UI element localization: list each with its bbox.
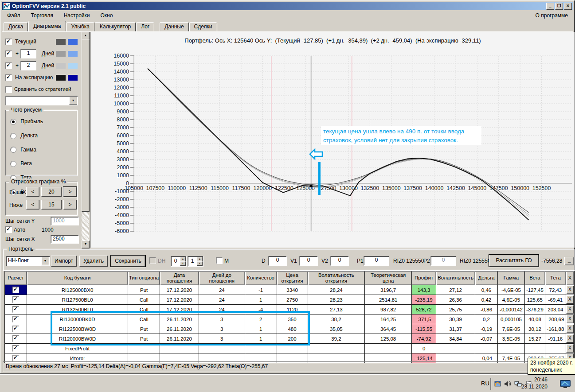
remove-row-button[interactable]: X: [566, 344, 574, 353]
chevron-down-icon[interactable]: ▼: [69, 97, 77, 105]
col-open[interactable]: Цена открытия: [277, 272, 308, 285]
remove-row-button[interactable]: X: [566, 334, 574, 343]
col-theta[interactable]: Тета: [545, 272, 566, 285]
d-input[interactable]: 0: [268, 256, 287, 266]
col-theo[interactable]: Теоретическая цена: [365, 272, 412, 285]
collapse-button[interactable]: _: [564, 257, 574, 265]
plus1-checkbox[interactable]: [5, 50, 12, 57]
row-checkbox[interactable]: [12, 296, 19, 303]
col-gamma[interactable]: Гамма: [497, 272, 524, 285]
row-checkbox[interactable]: [12, 287, 19, 293]
col-open_vol[interactable]: Волатильность открытия: [308, 272, 365, 285]
compare-checkbox[interactable]: [5, 86, 12, 93]
col-vol[interactable]: Волатильность: [436, 272, 475, 285]
dh-checkbox[interactable]: [149, 257, 156, 264]
radio-icon[interactable]: [10, 119, 16, 125]
plus2-days-input[interactable]: 2: [20, 61, 36, 70]
language-indicator[interactable]: RU: [481, 380, 489, 387]
row-checkbox[interactable]: [12, 335, 19, 342]
strategy-combobox[interactable]: ▼: [5, 96, 78, 105]
menu-item-1[interactable]: Торговля: [26, 11, 59, 20]
row-checkbox[interactable]: [12, 306, 19, 313]
delete-button[interactable]: Удалить: [79, 256, 108, 267]
col-type[interactable]: Тип опциона: [128, 272, 160, 285]
current-checkbox[interactable]: [5, 39, 12, 45]
portfolio-select[interactable]: НН-Лонг ▼: [6, 256, 50, 266]
tab-диаграмма[interactable]: Диаграмма: [28, 21, 66, 31]
chevron-down-icon[interactable]: ▼: [41, 257, 49, 265]
tab-калькулятор[interactable]: Калькулятор: [95, 22, 136, 31]
radio-icon[interactable]: [10, 161, 16, 167]
radio-icon[interactable]: [10, 133, 16, 139]
cell-open_vol: 27,13: [308, 305, 365, 314]
menu-item-2[interactable]: Настройки: [59, 11, 95, 20]
network-icon[interactable]: [514, 380, 522, 388]
p2-input[interactable]: 0: [430, 256, 456, 266]
radio-option-2[interactable]: Гамма: [10, 147, 75, 153]
radio-option-3[interactable]: Вега: [10, 160, 75, 167]
v1-input[interactable]: 0: [299, 256, 318, 266]
grid-x-input[interactable]: 2500: [51, 235, 79, 244]
p1-input[interactable]: 0: [364, 256, 389, 266]
col-vega[interactable]: Вега: [524, 272, 545, 285]
below-increment-button[interactable]: >: [63, 200, 77, 210]
expiration-checkbox[interactable]: [5, 74, 12, 81]
dh-spinner-1[interactable]: 0▲▼: [171, 256, 187, 267]
col-x[interactable]: X: [566, 272, 574, 285]
display-settings-icon[interactable]: [559, 380, 571, 388]
col-profit[interactable]: Профит: [412, 272, 436, 285]
minimize-button[interactable]: _: [546, 3, 554, 10]
grid-y-input[interactable]: 1000: [51, 217, 79, 225]
left-panel-scrollbar[interactable]: ▲ ▼: [82, 32, 89, 248]
save-button[interactable]: Сохранить: [111, 256, 145, 267]
below-decrement-button[interactable]: <: [26, 200, 39, 210]
import-button[interactable]: Импорт: [51, 256, 77, 267]
above-decrement-button[interactable]: <: [26, 187, 39, 197]
cell-days: 24: [199, 295, 245, 305]
plus1-swatch-2: [68, 51, 78, 57]
remove-row-button[interactable]: X: [566, 305, 574, 314]
v2-input[interactable]: 0: [330, 256, 349, 266]
radio-option-0[interactable]: Прибыль: [10, 118, 75, 125]
col-qty[interactable]: Количество: [245, 272, 277, 285]
menu-item-3[interactable]: Окно: [95, 11, 118, 20]
m-checkbox[interactable]: [216, 257, 223, 264]
maximize-button[interactable]: ❒: [555, 3, 563, 10]
remove-row-button[interactable]: X: [566, 286, 574, 294]
row-checkbox[interactable]: [12, 316, 19, 322]
close-button[interactable]: ✕: [564, 3, 572, 10]
remove-row-button[interactable]: X: [566, 295, 574, 304]
plus2-checkbox[interactable]: [5, 62, 12, 69]
radio-icon[interactable]: [10, 147, 16, 153]
remove-row-button[interactable]: X: [566, 325, 574, 333]
remove-row-button[interactable]: X: [566, 315, 574, 323]
tab-лог[interactable]: Лог: [136, 22, 154, 31]
tab-доска[interactable]: Доска: [4, 22, 28, 31]
col-days[interactable]: Дней до погашения: [199, 272, 245, 285]
scroll-down-icon[interactable]: ▼: [82, 241, 90, 248]
menu-item-about[interactable]: О программе: [530, 11, 573, 20]
col-calc[interactable]: Расчет: [5, 272, 27, 285]
tray-update-icon[interactable]: [494, 380, 501, 388]
auto-checkbox[interactable]: [5, 226, 12, 233]
plus1-days-input[interactable]: 1: [20, 49, 36, 58]
menu-item-0[interactable]: Файл: [2, 11, 26, 20]
scrollbar-thumb[interactable]: [82, 39, 90, 212]
radio-option-1[interactable]: Дельта: [10, 132, 75, 139]
title-bar[interactable]: OptionFVV версия 2.1 public _ ❒ ✕: [2, 2, 573, 10]
dh-spinner-2[interactable]: 1▲▼: [188, 256, 203, 267]
tab-улыбка[interactable]: Улыбка: [66, 22, 95, 31]
row-checkbox[interactable]: [12, 355, 19, 361]
col-delta[interactable]: Дельта: [475, 272, 498, 285]
tab-данные[interactable]: Данные: [160, 22, 188, 31]
calc-go-button[interactable]: Рассчитать ГО: [489, 255, 539, 267]
col-code[interactable]: Код бумаги: [27, 272, 128, 285]
taskbar-clock[interactable]: 20:46 23.11.2020: [521, 376, 548, 390]
volume-icon[interactable]: [504, 380, 511, 388]
row-checkbox[interactable]: [12, 345, 19, 352]
above-increment-button[interactable]: >: [63, 187, 77, 197]
row-checkbox[interactable]: [12, 326, 19, 332]
col-date[interactable]: Дата погашения: [160, 272, 199, 285]
taskbar[interactable]: RU 20:46 23.11.2020: [0, 374, 575, 392]
tab-сделки[interactable]: Сделки: [189, 22, 217, 31]
